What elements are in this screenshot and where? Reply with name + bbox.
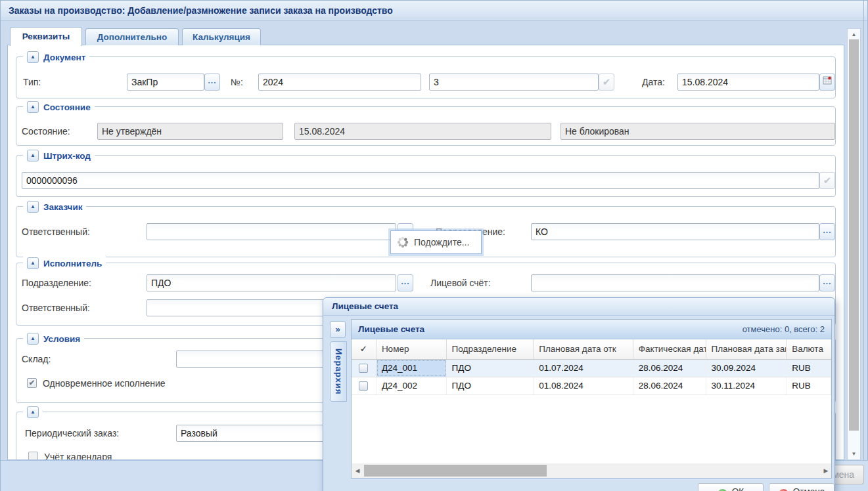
type-input[interactable]: ЗакПр — [127, 74, 204, 91]
cell-fact-date: 28.06.2024 — [633, 360, 706, 377]
tab-rekvizity[interactable]: Реквизиты — [10, 27, 82, 46]
cell-number: Д24_001 — [377, 360, 447, 377]
number-prefix-input[interactable]: 2024 — [258, 74, 421, 91]
scroll-down-icon[interactable]: ▼ — [848, 449, 860, 459]
cell-currency: RUB — [787, 360, 831, 377]
tab-hierarchy[interactable]: Иерархия — [330, 341, 347, 402]
tab-dopolnitelno[interactable]: Дополнительно — [85, 28, 179, 45]
accounts-grid-panel: Лицевые счета отмечено: 0, всего: 2 ✓ Но… — [351, 319, 832, 479]
main-window: Заказы на производство: Добавление/размн… — [0, 0, 868, 491]
number-label: №: — [231, 74, 243, 91]
cancel-button[interactable]: ✕Отмена — [769, 483, 834, 491]
customer-responsible-input[interactable] — [147, 223, 396, 240]
calendar-button[interactable] — [819, 74, 835, 91]
cell-division: ПДО — [447, 377, 534, 395]
date-input[interactable]: 15.08.2024 — [677, 74, 819, 91]
wait-popup: Подождите... — [390, 230, 482, 254]
section-customer-title: Заказчик — [43, 202, 82, 212]
row-checkbox[interactable] — [359, 364, 368, 373]
executor-account-lookup-button[interactable]: ... — [819, 274, 835, 291]
simultaneous-label: Одновременное исполнение — [43, 375, 166, 392]
scroll-up-icon[interactable]: ▲ — [848, 30, 860, 39]
cancel-button-label: Отмена — [793, 486, 825, 491]
collapse-executor-button[interactable]: ▲ — [27, 257, 39, 269]
simultaneous-checkbox[interactable]: ✔ — [27, 378, 37, 388]
column-number[interactable]: Номер — [377, 339, 447, 359]
grid-header: Лицевые счета отмечено: 0, всего: 2 — [352, 320, 831, 339]
barcode-check-button[interactable]: ✔ — [819, 172, 835, 189]
expand-hierarchy-button[interactable]: » — [330, 321, 346, 338]
cell-division: ПДО — [447, 360, 534, 377]
section-document: ▲ Документ Тип: ЗакПр ... №: 2024 3 ✔ Да… — [16, 56, 836, 98]
grid-counter: отмечено: 0, всего: 2 — [742, 324, 825, 334]
ok-button-label: ОК — [732, 486, 744, 491]
state-block-field: Не блокирован — [560, 123, 835, 140]
table-row[interactable]: Д24_002 ПДО 01.08.2024 28.06.2024 30.11.… — [352, 377, 831, 395]
collapse-customer-button[interactable]: ▲ — [27, 201, 39, 213]
scrollbar-thumb[interactable] — [849, 39, 859, 431]
state-label: Состояние: — [22, 123, 70, 140]
warehouse-label: Склад: — [22, 351, 51, 368]
accounts-dialog-title: Лицевые счета — [323, 298, 834, 316]
state-date-field: 15.08.2024 — [294, 123, 551, 140]
number-check-button[interactable]: ✔ — [599, 74, 614, 91]
executor-division-lookup-button[interactable]: ... — [398, 274, 413, 291]
spinner-icon — [397, 236, 409, 248]
scroll-right-icon[interactable]: ▶ — [821, 463, 831, 478]
window-title: Заказы на производство: Добавление/размн… — [9, 1, 393, 20]
main-vertical-scrollbar[interactable]: ▲ ▼ — [847, 28, 861, 460]
column-division[interactable]: Подразделение — [447, 339, 534, 359]
tab-kalkulyaciya[interactable]: Калькуляция — [182, 28, 261, 45]
section-executor-title: Исполнитель — [43, 259, 102, 268]
section-barcode-title: Штрих-код — [43, 151, 91, 161]
section-state-title: Состояние — [43, 102, 91, 112]
section-barcode: ▲ Штрих-код 0000000096 ✔ — [16, 155, 836, 197]
column-fact-date[interactable]: Фактическая дата — [633, 339, 706, 359]
row-checkbox[interactable] — [359, 381, 368, 391]
barcode-input[interactable]: 0000000096 — [22, 172, 819, 189]
periodic-order-label: Периодический заказ: — [25, 425, 119, 442]
column-check[interactable]: ✓ — [352, 339, 377, 359]
table-row[interactable]: Д24_001 ПДО 01.07.2024 28.06.2024 30.09.… — [352, 360, 831, 377]
type-lookup-button[interactable]: ... — [204, 74, 220, 91]
executor-division-label: Подразделение: — [22, 274, 91, 291]
customer-division-input[interactable]: КО — [531, 223, 819, 240]
grid-title: Лицевые счета — [358, 324, 424, 334]
ok-button[interactable]: ✓ОК — [698, 483, 764, 491]
hscrollbar-thumb[interactable] — [364, 465, 547, 477]
wait-popup-text: Подождите... — [414, 237, 469, 247]
cell-number: Д24_002 — [377, 377, 447, 395]
cell-plan-close: 30.09.2024 — [706, 360, 787, 377]
column-currency[interactable]: Валюта — [787, 339, 831, 359]
section-conditions-title: Условия — [43, 334, 80, 344]
executor-account-input[interactable] — [531, 274, 819, 291]
column-plan-close[interactable]: Плановая дата зак — [706, 339, 787, 359]
customer-division-lookup-button[interactable]: ... — [819, 223, 835, 240]
collapse-document-button[interactable]: ▲ — [27, 51, 39, 63]
cell-plan-close: 30.11.2024 — [706, 377, 787, 395]
calendar-icon — [823, 75, 832, 85]
calendar-checkbox-label: Учёт календаря — [44, 448, 112, 460]
accounts-dialog: Лицевые счета » Иерархия Лицевые счета о… — [323, 297, 835, 491]
collapse-barcode-button[interactable]: ▲ — [27, 150, 39, 161]
number-input[interactable]: 3 — [429, 74, 599, 91]
scroll-left-icon[interactable]: ◀ — [352, 463, 363, 478]
window-right-edge — [863, 1, 864, 491]
cell-plan-open: 01.08.2024 — [534, 377, 633, 395]
section-state: ▲ Состояние Состояние: Не утверждён 15.0… — [16, 106, 836, 146]
state-status-field: Не утверждён — [97, 123, 283, 140]
customer-responsible-label: Ответственный: — [22, 223, 90, 240]
collapse-state-button[interactable]: ▲ — [27, 101, 39, 113]
column-plan-open[interactable]: Плановая дата отк — [534, 339, 633, 359]
executor-responsible-label: Ответственный: — [22, 299, 90, 316]
table-horizontal-scrollbar[interactable]: ◀ ▶ — [352, 463, 831, 478]
table-header-row: ✓ Номер Подразделение Плановая дата отк … — [352, 339, 831, 360]
collapse-conditions-button[interactable]: ▲ — [27, 333, 39, 345]
executor-account-label: Лицевой счёт: — [430, 274, 491, 291]
cell-fact-date: 28.06.2024 — [633, 377, 706, 395]
executor-division-input[interactable]: ПДО — [147, 274, 396, 291]
cell-plan-open: 01.07.2024 — [534, 360, 633, 377]
cell-currency: RUB — [787, 377, 831, 395]
collapse-periodic-button[interactable]: ▲ — [27, 406, 39, 418]
calendar-checkbox[interactable] — [28, 452, 38, 460]
